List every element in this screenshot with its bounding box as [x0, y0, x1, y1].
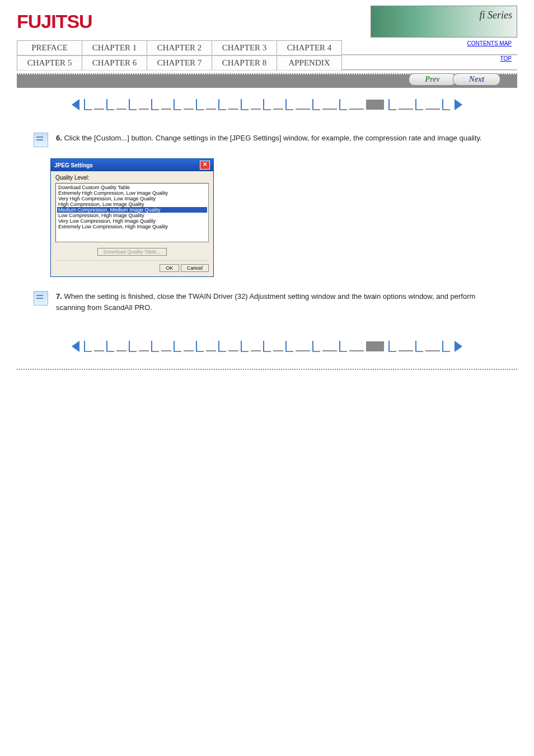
slider-tick[interactable] — [218, 341, 226, 352]
list-item[interactable]: Very High Compression, Low Image Quality — [57, 196, 207, 201]
list-item[interactable]: Low Compression, High Image Quality — [57, 213, 207, 218]
step-icon — [34, 291, 48, 306]
link-top[interactable]: TOP — [500, 55, 512, 62]
quality-level-label: Quality Level: — [55, 175, 209, 181]
slider-tick[interactable] — [84, 341, 92, 352]
next-button[interactable]: Next — [453, 73, 500, 86]
slider-tick[interactable] — [196, 341, 204, 352]
nav-chapter-4[interactable]: CHAPTER 4 — [277, 40, 342, 55]
slider-next-icon[interactable] — [455, 341, 462, 352]
nav-preface[interactable]: PREFACE — [17, 40, 82, 55]
slider-tick[interactable] — [151, 99, 159, 110]
slider-prev-icon[interactable] — [72, 99, 79, 110]
slider-tick[interactable] — [263, 341, 271, 352]
slider-tick[interactable] — [285, 99, 293, 110]
fi-series-banner: fi Series — [371, 6, 517, 37]
slider-tick[interactable] — [442, 341, 450, 352]
dialog-title: JPEG Settings — [54, 162, 93, 168]
slider-tick[interactable] — [312, 99, 320, 110]
slider-tick[interactable] — [241, 99, 249, 110]
nav-chapter-1[interactable]: CHAPTER 1 — [82, 40, 147, 55]
slider-current — [366, 341, 384, 351]
nav-appendix[interactable]: APPENDIX — [277, 55, 342, 70]
ok-button[interactable]: OK — [160, 264, 179, 272]
slider-tick[interactable] — [84, 99, 92, 110]
slider-tick[interactable] — [388, 99, 396, 110]
quality-level-list[interactable]: Download Custom Quality Table Extremely … — [55, 183, 209, 242]
link-contents-map[interactable]: CONTENTS MAP — [467, 40, 512, 46]
list-item[interactable]: Download Custom Quality Table — [57, 185, 207, 190]
fujitsu-logo: FUJITSU — [17, 11, 92, 32]
slider-tick[interactable] — [129, 99, 137, 110]
slider-prev-icon[interactable] — [72, 341, 79, 352]
slider-next-icon[interactable] — [455, 99, 462, 110]
download-quality-table-button: Download Quality Table... — [97, 248, 167, 256]
banner-text: fi Series — [480, 10, 513, 21]
jpeg-settings-dialog: JPEG Settings ✕ Quality Level: Download … — [50, 158, 214, 277]
slider-tick[interactable] — [415, 341, 423, 352]
slider-tick[interactable] — [263, 99, 271, 110]
page-slider-bottom — [17, 341, 517, 352]
slider-tick[interactable] — [106, 99, 114, 110]
title-bar: Prev Next — [17, 74, 517, 88]
page-slider-top — [17, 99, 517, 110]
slider-tick[interactable] — [218, 99, 226, 110]
slider-tick[interactable] — [129, 341, 137, 352]
nav-chapter-2[interactable]: CHAPTER 2 — [147, 40, 212, 55]
slider-tick[interactable] — [285, 341, 293, 352]
step-6-text: 6. Click the [Custom...] button. Change … — [56, 133, 482, 147]
nav-chapter-3[interactable]: CHAPTER 3 — [212, 40, 277, 55]
nav-chapter-5[interactable]: CHAPTER 5 — [17, 55, 82, 70]
slider-tick[interactable] — [174, 341, 181, 352]
list-item[interactable]: Extremely Low Compression, High Image Qu… — [57, 224, 207, 229]
list-item[interactable]: Very Low Compression, High Image Quality — [57, 218, 207, 224]
slider-tick[interactable] — [151, 341, 159, 352]
slider-tick[interactable] — [442, 99, 450, 110]
nav-chapter-7[interactable]: CHAPTER 7 — [147, 55, 212, 70]
slider-tick[interactable] — [339, 99, 347, 110]
slider-tick[interactable] — [106, 341, 114, 352]
cancel-button[interactable]: Cancel — [181, 264, 209, 272]
nav-chapter-6[interactable]: CHAPTER 6 — [82, 55, 147, 70]
close-icon[interactable]: ✕ — [200, 161, 210, 170]
step-icon — [34, 133, 48, 147]
footer-space — [0, 370, 534, 683]
slider-tick[interactable] — [312, 341, 320, 352]
slider-tick[interactable] — [174, 99, 181, 110]
slider-tick[interactable] — [241, 341, 249, 352]
list-item[interactable]: High Compression, Low Image Quality — [57, 201, 207, 207]
list-item-selected[interactable]: Medium Compression, Medium Image Quality — [57, 207, 207, 213]
prev-button[interactable]: Prev — [409, 73, 456, 86]
slider-tick[interactable] — [388, 341, 396, 352]
nav-chapter-8[interactable]: CHAPTER 8 — [212, 55, 277, 70]
slider-current — [366, 100, 384, 110]
list-item[interactable]: Extremely High Compression, Low Image Qu… — [57, 190, 207, 196]
slider-tick[interactable] — [339, 341, 347, 352]
step-7-text: 7. When the setting is finished, close t… — [56, 291, 500, 313]
slider-tick[interactable] — [415, 99, 423, 110]
slider-tick[interactable] — [196, 99, 204, 110]
